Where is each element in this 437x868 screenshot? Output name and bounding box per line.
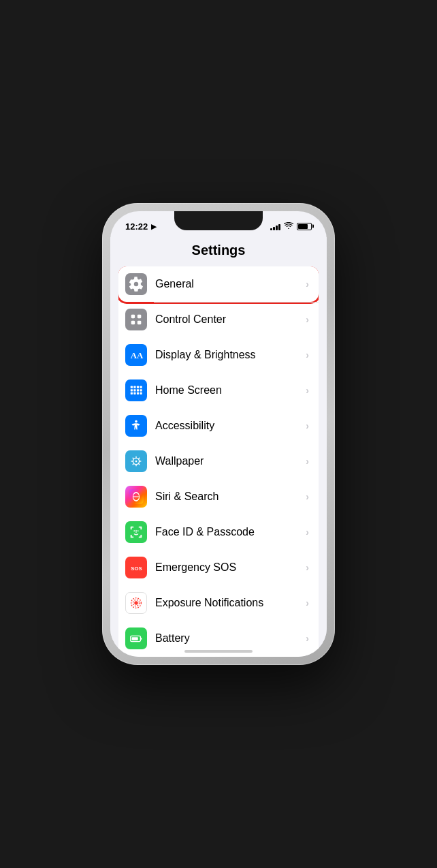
svg-rect-7 <box>137 386 139 388</box>
settings-row-faceid[interactable]: Face ID & Passcode › <box>118 514 319 550</box>
settings-row-control-center[interactable]: Control Center › <box>118 302 319 337</box>
faceid-label: Face ID & Passcode <box>155 526 306 538</box>
home-screen-label: Home Screen <box>155 384 306 397</box>
svg-rect-1 <box>137 315 142 319</box>
display-label: Display & Brightness <box>155 349 306 361</box>
general-chevron: › <box>306 279 309 290</box>
settings-row-emergency-sos[interactable]: SOS Emergency SOS › <box>118 550 319 585</box>
battery-chevron: › <box>306 633 309 644</box>
svg-point-44 <box>134 601 138 605</box>
page-title: Settings <box>110 237 327 266</box>
svg-rect-48 <box>132 637 138 640</box>
svg-rect-3 <box>137 321 142 325</box>
status-time: 12:22 ▶ <box>125 221 157 232</box>
exposure-icon <box>125 592 147 614</box>
svg-rect-16 <box>140 392 142 394</box>
accessibility-label: Accessibility <box>155 420 306 432</box>
svg-rect-49 <box>140 638 142 640</box>
settings-row-display[interactable]: AA Display & Brightness › <box>118 337 319 373</box>
control-center-chevron: › <box>306 314 309 325</box>
location-arrow-icon: ▶ <box>151 223 157 230</box>
settings-row-accessibility[interactable]: Accessibility › <box>118 408 319 444</box>
battery-label: Battery <box>155 632 306 645</box>
svg-line-26 <box>138 458 140 459</box>
siri-label: Siri & Search <box>155 491 306 503</box>
exposure-label: Exposure Notifications <box>155 597 306 609</box>
general-icon <box>125 273 147 295</box>
emergency-sos-label: Emergency SOS <box>155 561 306 574</box>
svg-rect-15 <box>137 392 139 394</box>
svg-rect-14 <box>133 392 135 394</box>
svg-text:AA: AA <box>131 351 144 360</box>
wallpaper-chevron: › <box>306 456 309 467</box>
settings-row-siri[interactable]: Siri & Search › <box>118 479 319 514</box>
battery-icon <box>125 627 147 649</box>
svg-point-39 <box>133 530 135 531</box>
settings-group-main: General › Control Center › <box>118 266 319 657</box>
svg-rect-2 <box>131 321 135 325</box>
settings-content[interactable]: Settings General › <box>110 237 327 657</box>
svg-rect-10 <box>133 389 135 391</box>
svg-text:SOS: SOS <box>131 565 142 572</box>
svg-rect-6 <box>133 386 135 388</box>
accessibility-chevron: › <box>306 420 309 431</box>
svg-rect-8 <box>140 386 142 388</box>
svg-rect-37 <box>131 535 132 538</box>
phone-screen: 12:22 ▶ <box>110 211 327 657</box>
notch <box>174 211 263 230</box>
phone-frame: 12:22 ▶ <box>102 203 335 665</box>
svg-point-17 <box>135 420 137 423</box>
svg-rect-35 <box>131 527 132 530</box>
faceid-chevron: › <box>306 527 309 538</box>
settings-row-home-screen[interactable]: Home Screen › <box>118 373 319 408</box>
emergency-sos-chevron: › <box>306 562 309 573</box>
siri-chevron: › <box>306 491 309 502</box>
svg-rect-38 <box>140 535 142 538</box>
svg-rect-9 <box>131 389 133 391</box>
battery-status-icon <box>297 223 312 230</box>
accessibility-icon <box>125 415 147 437</box>
display-icon: AA <box>125 344 147 366</box>
emergency-sos-icon: SOS <box>125 557 147 578</box>
general-label: General <box>155 278 306 290</box>
svg-rect-0 <box>131 315 135 319</box>
svg-point-40 <box>137 530 139 531</box>
home-screen-chevron: › <box>306 385 309 396</box>
svg-line-25 <box>138 463 140 465</box>
svg-point-19 <box>135 461 137 463</box>
exposure-chevron: › <box>306 598 309 608</box>
svg-rect-5 <box>131 386 133 388</box>
wallpaper-icon <box>125 450 147 472</box>
status-icons <box>270 222 312 231</box>
home-screen-icon <box>125 379 147 401</box>
control-center-label: Control Center <box>155 313 306 326</box>
home-indicator <box>184 650 253 653</box>
wallpaper-label: Wallpaper <box>155 455 306 467</box>
svg-rect-11 <box>137 389 139 391</box>
display-chevron: › <box>306 350 309 360</box>
svg-line-27 <box>133 463 134 465</box>
siri-icon <box>125 486 147 508</box>
svg-rect-13 <box>131 392 133 394</box>
settings-row-exposure[interactable]: Exposure Notifications › <box>118 585 319 621</box>
settings-row-wallpaper[interactable]: Wallpaper › <box>118 444 319 479</box>
signal-icon <box>270 223 280 230</box>
wifi-icon <box>284 222 293 231</box>
svg-rect-36 <box>140 527 142 530</box>
svg-rect-12 <box>140 389 142 391</box>
time-display: 12:22 <box>125 221 148 232</box>
svg-line-24 <box>133 458 134 459</box>
control-center-icon <box>125 309 147 330</box>
settings-row-privacy[interactable]: Privacy & Security › <box>118 656 319 657</box>
settings-row-general[interactable]: General › <box>118 266 319 302</box>
faceid-icon <box>125 521 147 543</box>
